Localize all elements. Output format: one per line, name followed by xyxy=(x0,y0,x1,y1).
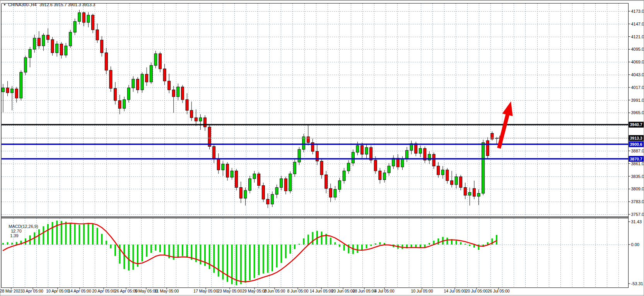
price-badge-label: 3913.3 xyxy=(630,136,642,140)
candle-bearish xyxy=(258,174,260,185)
macd-tick-label: 0.00 xyxy=(631,242,639,247)
candle-bullish xyxy=(123,99,126,108)
candle-bullish xyxy=(199,118,202,121)
time-tick-label: 23 May 05:00 xyxy=(217,289,242,293)
candle-bearish xyxy=(320,161,323,175)
candle-bullish xyxy=(150,65,152,82)
candle-bearish xyxy=(195,118,197,121)
time-tick-label: 2 Jun 05:00 xyxy=(264,289,285,293)
candle-bearish xyxy=(464,188,466,195)
candle-bearish xyxy=(105,53,108,70)
macd-tick-label: 31.43 xyxy=(631,219,642,224)
candle-bullish xyxy=(249,179,251,190)
candle-bullish xyxy=(356,145,359,152)
candle-bearish xyxy=(396,158,399,167)
time-tick-label: 17 May 05:00 xyxy=(193,289,218,293)
time-tick-label: 5 May 05:00 xyxy=(135,289,157,293)
candle-bullish xyxy=(56,44,58,53)
chart-title: ▼ CHINA300-,H4 3912.6 3915.7 3901.3 3913… xyxy=(3,2,95,7)
candle-bearish xyxy=(204,118,207,127)
candle-bullish xyxy=(275,188,278,195)
candle-bearish xyxy=(109,70,112,89)
ohlc-quote: 3912.6 3915.7 3901.3 3913.3 xyxy=(39,2,95,7)
candle-bearish xyxy=(60,44,63,55)
candle-bearish xyxy=(437,166,440,175)
candle-bullish xyxy=(401,159,404,167)
chart-frame xyxy=(2,3,629,288)
candle-bearish xyxy=(325,175,328,188)
candle-bullish xyxy=(2,88,5,92)
macd-name: MACD(12,26,9) xyxy=(9,224,38,229)
candle-bullish xyxy=(406,151,408,159)
time-tick-label: 20 Jun 05:00 xyxy=(331,289,355,293)
price-tick-label: 4095.0 xyxy=(631,47,644,51)
candle-bearish xyxy=(163,69,166,81)
candle-bearish xyxy=(262,186,265,199)
symbol-dropdown-icon[interactable]: ▼ xyxy=(3,3,6,7)
candle-bearish xyxy=(217,159,220,170)
time-tick-label: 14 Jun 05:00 xyxy=(310,289,333,293)
candle-bearish xyxy=(137,79,139,90)
time-tick-label: 20 Jul 05:00 xyxy=(465,289,487,293)
time-tick-label: 4 Jul 05:00 xyxy=(374,289,395,293)
candle-bearish xyxy=(15,89,18,98)
price-badge-label: 3940.7 xyxy=(630,122,642,127)
trading-chart-window: 4173.04147.04121.04095.04069.04043.04017… xyxy=(0,0,644,296)
candle-bullish xyxy=(253,174,256,179)
candle-bearish xyxy=(181,87,184,100)
price-tick-label: 4069.0 xyxy=(631,60,644,64)
candle-bullish xyxy=(132,79,135,88)
price-tick-label: 3835.0 xyxy=(631,174,644,179)
chart-canvas[interactable]: 4173.04147.04121.04095.04069.04043.04017… xyxy=(0,1,644,296)
candle-bullish xyxy=(42,35,45,46)
candle-bearish xyxy=(473,188,476,196)
candle-bullish xyxy=(24,58,27,72)
candle-bearish xyxy=(213,147,215,159)
candle-bullish xyxy=(441,170,444,175)
candle-bullish xyxy=(482,142,485,193)
candle-bearish xyxy=(235,171,238,188)
candle-bearish xyxy=(47,35,50,39)
candle-bearish xyxy=(114,88,117,101)
price-axis-labels: 4173.04147.04121.04095.04069.04043.04017… xyxy=(629,9,644,217)
candle-bullish xyxy=(338,181,341,190)
candle-bullish xyxy=(298,149,301,162)
price-lines-layer[interactable] xyxy=(2,125,629,159)
candle-bullish xyxy=(222,164,224,170)
time-tick-label: 20 Apr 05:00 xyxy=(92,289,115,293)
symbol-period-label: CHINA300-,H4 xyxy=(8,2,36,7)
macd-tick-label: -53.31 xyxy=(631,281,643,286)
candle-bearish xyxy=(159,54,162,69)
candle-bullish xyxy=(271,194,274,204)
candle-bullish xyxy=(73,22,76,33)
candle-bearish xyxy=(239,188,242,198)
time-tick-label: 26 Jul 05:00 xyxy=(487,289,509,293)
price-tick-label: 4173.0 xyxy=(631,9,644,14)
candle-bearish xyxy=(284,179,287,191)
candle-bullish xyxy=(20,72,22,98)
candle-bullish xyxy=(69,32,72,46)
price-tick-label: 4017.0 xyxy=(631,85,644,90)
candle-bullish xyxy=(280,179,283,188)
candle-bearish xyxy=(266,199,269,204)
candle-bearish xyxy=(6,88,9,93)
time-tick-label: 26 Apr 05:00 xyxy=(114,289,138,293)
time-tick-label: 14 Apr 05:00 xyxy=(68,289,91,293)
candle-bullish xyxy=(141,74,143,90)
price-tick-label: 3757.0 xyxy=(631,212,644,217)
candle-bearish xyxy=(374,160,377,171)
candle-bullish xyxy=(289,174,292,191)
candle-bearish xyxy=(186,99,188,110)
candle-bullish xyxy=(388,166,390,173)
candle-bearish xyxy=(101,40,103,53)
macd-signal-value: 1.39 xyxy=(10,233,18,238)
price-tick-label: 4043.0 xyxy=(631,72,644,77)
time-tick-label: 28 Jun 05:00 xyxy=(353,289,376,293)
macd-main-value: 12.70 xyxy=(11,229,22,233)
price-tick-label: 3965.0 xyxy=(631,110,644,115)
time-tick-label: 3 Apr 05:00 xyxy=(22,289,43,293)
candle-bullish xyxy=(29,49,31,57)
candle-bullish xyxy=(65,46,67,55)
time-tick-label: 10 Jul 05:00 xyxy=(411,289,433,293)
time-tick-label: 28 Mar 2023 xyxy=(0,289,23,293)
